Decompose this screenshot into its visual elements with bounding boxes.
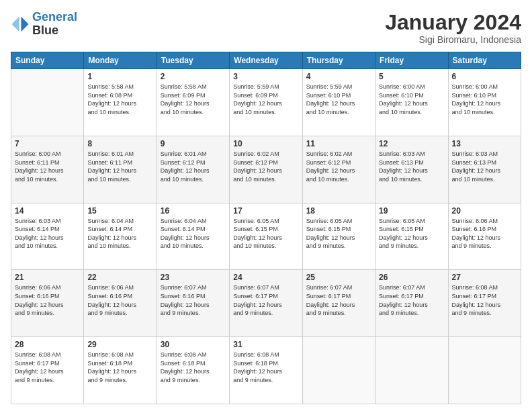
day-number: 2 — [161, 72, 226, 81]
day-number: 22 — [87, 273, 152, 282]
day-number: 25 — [306, 273, 371, 282]
day-number: 30 — [161, 340, 226, 349]
col-monday: Monday — [84, 52, 157, 69]
day-number: 16 — [161, 206, 226, 216]
calendar-cell: 9Sunrise: 6:01 AM Sunset: 6:12 PM Daylig… — [157, 136, 229, 203]
day-info: Sunrise: 6:07 AM Sunset: 6:16 PM Dayligh… — [161, 283, 226, 317]
calendar-cell: 29Sunrise: 6:08 AM Sunset: 6:18 PM Dayli… — [84, 337, 157, 404]
calendar-cell — [11, 69, 84, 136]
day-info: Sunrise: 5:58 AM Sunset: 6:08 PM Dayligh… — [87, 83, 152, 116]
calendar-cell: 1Sunrise: 5:58 AM Sunset: 6:08 PM Daylig… — [84, 69, 157, 136]
calendar-cell: 4Sunrise: 5:59 AM Sunset: 6:10 PM Daylig… — [302, 69, 375, 136]
location-subtitle: Sigi Biromaru, Indonesia — [385, 34, 521, 45]
day-number: 11 — [306, 139, 371, 148]
calendar-cell: 14Sunrise: 6:03 AM Sunset: 6:14 PM Dayli… — [11, 203, 84, 270]
calendar-cell: 16Sunrise: 6:04 AM Sunset: 6:14 PM Dayli… — [157, 203, 229, 270]
logo-text: General Blue — [32, 11, 77, 38]
day-number: 28 — [15, 340, 80, 349]
day-info: Sunrise: 6:08 AM Sunset: 6:17 PM Dayligh… — [452, 283, 517, 317]
calendar-cell: 12Sunrise: 6:03 AM Sunset: 6:13 PM Dayli… — [375, 136, 448, 203]
calendar-cell: 17Sunrise: 6:05 AM Sunset: 6:15 PM Dayli… — [230, 203, 302, 270]
logo-icon — [11, 15, 30, 34]
day-info: Sunrise: 5:59 AM Sunset: 6:09 PM Dayligh… — [233, 83, 298, 116]
day-number: 31 — [233, 340, 298, 349]
day-info: Sunrise: 6:06 AM Sunset: 6:16 PM Dayligh… — [452, 217, 517, 250]
day-number: 18 — [306, 206, 371, 216]
calendar-week-row-5: 28Sunrise: 6:08 AM Sunset: 6:17 PM Dayli… — [11, 337, 521, 404]
calendar-cell: 6Sunrise: 6:00 AM Sunset: 6:10 PM Daylig… — [448, 69, 521, 136]
day-info: Sunrise: 6:00 AM Sunset: 6:11 PM Dayligh… — [15, 150, 80, 183]
day-info: Sunrise: 6:07 AM Sunset: 6:17 PM Dayligh… — [233, 283, 298, 317]
calendar-cell: 3Sunrise: 5:59 AM Sunset: 6:09 PM Daylig… — [230, 69, 302, 136]
col-thursday: Thursday — [302, 52, 375, 69]
calendar-cell: 2Sunrise: 5:58 AM Sunset: 6:09 PM Daylig… — [157, 69, 229, 136]
col-friday: Friday — [375, 52, 448, 69]
calendar-cell: 31Sunrise: 6:08 AM Sunset: 6:18 PM Dayli… — [230, 337, 302, 404]
day-number: 27 — [452, 273, 517, 282]
title-section: January 2024 Sigi Biromaru, Indonesia — [385, 11, 521, 45]
header: General Blue January 2024 Sigi Biromaru,… — [11, 11, 521, 45]
day-number: 20 — [452, 206, 517, 216]
col-sunday: Sunday — [11, 52, 84, 69]
calendar-week-row-2: 7Sunrise: 6:00 AM Sunset: 6:11 PM Daylig… — [11, 136, 521, 203]
calendar-cell: 10Sunrise: 6:02 AM Sunset: 6:12 PM Dayli… — [230, 136, 302, 203]
page: General Blue January 2024 Sigi Biromaru,… — [0, 0, 532, 411]
calendar-cell: 8Sunrise: 6:01 AM Sunset: 6:11 PM Daylig… — [84, 136, 157, 203]
day-number: 21 — [15, 273, 80, 282]
day-info: Sunrise: 6:08 AM Sunset: 6:18 PM Dayligh… — [87, 351, 152, 384]
day-number: 14 — [15, 206, 80, 216]
col-tuesday: Tuesday — [157, 52, 229, 69]
calendar-cell: 19Sunrise: 6:05 AM Sunset: 6:15 PM Dayli… — [375, 203, 448, 270]
day-number: 24 — [233, 273, 298, 282]
calendar-cell: 18Sunrise: 6:05 AM Sunset: 6:15 PM Dayli… — [302, 203, 375, 270]
calendar-cell: 25Sunrise: 6:07 AM Sunset: 6:17 PM Dayli… — [302, 270, 375, 337]
day-number: 8 — [87, 139, 152, 148]
calendar-cell — [448, 337, 521, 404]
calendar-cell: 21Sunrise: 6:06 AM Sunset: 6:16 PM Dayli… — [11, 270, 84, 337]
calendar-cell: 5Sunrise: 6:00 AM Sunset: 6:10 PM Daylig… — [375, 69, 448, 136]
day-info: Sunrise: 6:03 AM Sunset: 6:14 PM Dayligh… — [15, 217, 80, 250]
day-number: 1 — [87, 72, 152, 81]
calendar-cell: 20Sunrise: 6:06 AM Sunset: 6:16 PM Dayli… — [448, 203, 521, 270]
day-number: 6 — [452, 72, 517, 81]
day-info: Sunrise: 5:58 AM Sunset: 6:09 PM Dayligh… — [161, 83, 226, 116]
day-info: Sunrise: 6:06 AM Sunset: 6:16 PM Dayligh… — [87, 283, 152, 317]
svg-marker-1 — [11, 17, 19, 32]
calendar-cell: 11Sunrise: 6:02 AM Sunset: 6:12 PM Dayli… — [302, 136, 375, 203]
calendar-cell: 28Sunrise: 6:08 AM Sunset: 6:17 PM Dayli… — [11, 337, 84, 404]
calendar-week-row-4: 21Sunrise: 6:06 AM Sunset: 6:16 PM Dayli… — [11, 270, 521, 337]
calendar-cell: 7Sunrise: 6:00 AM Sunset: 6:11 PM Daylig… — [11, 136, 84, 203]
day-info: Sunrise: 6:04 AM Sunset: 6:14 PM Dayligh… — [87, 217, 152, 250]
logo: General Blue — [11, 11, 77, 38]
day-info: Sunrise: 6:05 AM Sunset: 6:15 PM Dayligh… — [306, 217, 371, 250]
day-info: Sunrise: 6:08 AM Sunset: 6:18 PM Dayligh… — [161, 351, 226, 384]
calendar-cell — [375, 337, 448, 404]
calendar-header-row: Sunday Monday Tuesday Wednesday Thursday… — [11, 52, 521, 69]
day-info: Sunrise: 5:59 AM Sunset: 6:10 PM Dayligh… — [306, 83, 371, 116]
day-number: 4 — [306, 72, 371, 81]
day-info: Sunrise: 6:06 AM Sunset: 6:16 PM Dayligh… — [15, 283, 80, 317]
day-number: 19 — [379, 206, 444, 216]
day-number: 13 — [452, 139, 517, 148]
day-number: 10 — [233, 139, 298, 148]
day-info: Sunrise: 6:00 AM Sunset: 6:10 PM Dayligh… — [379, 83, 444, 116]
day-info: Sunrise: 6:04 AM Sunset: 6:14 PM Dayligh… — [161, 217, 226, 250]
calendar-week-row-1: 1Sunrise: 5:58 AM Sunset: 6:08 PM Daylig… — [11, 69, 521, 136]
day-number: 3 — [233, 72, 298, 81]
day-number: 23 — [161, 273, 226, 282]
month-title: January 2024 — [385, 11, 521, 34]
calendar-cell: 27Sunrise: 6:08 AM Sunset: 6:17 PM Dayli… — [448, 270, 521, 337]
calendar-cell: 24Sunrise: 6:07 AM Sunset: 6:17 PM Dayli… — [230, 270, 302, 337]
svg-marker-0 — [21, 17, 28, 32]
calendar-cell: 23Sunrise: 6:07 AM Sunset: 6:16 PM Dayli… — [157, 270, 229, 337]
day-info: Sunrise: 6:07 AM Sunset: 6:17 PM Dayligh… — [379, 283, 444, 317]
col-wednesday: Wednesday — [230, 52, 302, 69]
day-info: Sunrise: 6:05 AM Sunset: 6:15 PM Dayligh… — [233, 217, 298, 250]
calendar-week-row-3: 14Sunrise: 6:03 AM Sunset: 6:14 PM Dayli… — [11, 203, 521, 270]
day-number: 12 — [379, 139, 444, 148]
day-info: Sunrise: 6:07 AM Sunset: 6:17 PM Dayligh… — [306, 283, 371, 317]
day-number: 29 — [87, 340, 152, 349]
day-info: Sunrise: 6:02 AM Sunset: 6:12 PM Dayligh… — [306, 150, 371, 183]
day-info: Sunrise: 6:00 AM Sunset: 6:10 PM Dayligh… — [452, 83, 517, 116]
day-number: 26 — [379, 273, 444, 282]
